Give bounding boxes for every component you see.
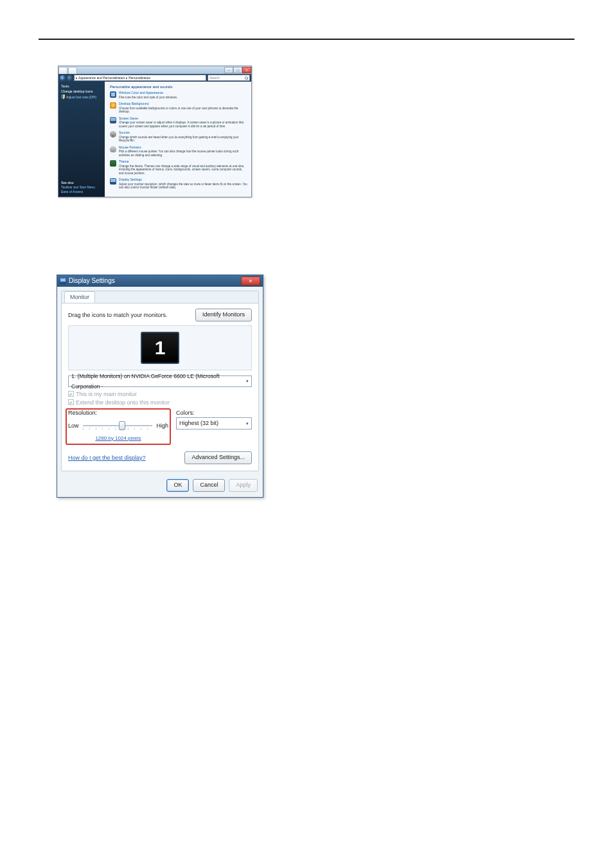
titlebar-tab-2 <box>68 67 77 74</box>
window-color-icon <box>110 91 116 98</box>
display-settings-icon <box>110 178 116 185</box>
slider-high: High <box>156 422 168 429</box>
tab-strip: Monitor <box>62 291 258 303</box>
chevron-down-icon: ▾ <box>246 418 249 429</box>
link-sounds[interactable]: Sounds <box>119 131 247 135</box>
nav-forward-button[interactable]: › <box>67 75 73 81</box>
page-top-rule <box>39 39 574 40</box>
display-settings-dialog: Display Settings × Monitor Drag the icon… <box>57 275 263 498</box>
search-placeholder: Search <box>209 75 220 80</box>
page-title: Personalize appearance and sounds <box>110 85 247 89</box>
colors-select-value: Highest (32 bit) <box>179 418 218 429</box>
sidebar: Tasks Change desktop icons Adjust font s… <box>58 82 105 197</box>
chevron-down-icon: ▾ <box>246 376 249 386</box>
main-monitor-checkbox[interactable] <box>68 391 74 397</box>
advanced-settings-button[interactable]: Advanced Settings... <box>184 451 252 464</box>
display-select-value: 1. (Multiple Monitors) on NVIDIA GeForce… <box>71 371 246 392</box>
sidebar-seealso-1[interactable]: Taskbar and Start Menu <box>61 185 102 189</box>
desc-display-settings: Adjust your monitor resolution, which ch… <box>119 183 247 190</box>
desc-theme: Change the theme. Themes can change a wi… <box>119 165 244 175</box>
extend-desktop-checkbox-row: Extend the desktop onto this monitor <box>68 399 252 406</box>
search-input[interactable]: Search <box>208 75 250 81</box>
slider-thumb[interactable] <box>119 421 125 430</box>
personalization-window: – ▢ × ‹ › ▸ Appearance and Personalizati… <box>58 66 252 197</box>
display-select[interactable]: 1. (Multiple Monitors) on NVIDIA GeForce… <box>68 375 252 387</box>
main-panel: Personalize appearance and sounds Window… <box>105 82 251 197</box>
address-bar: ‹ › ▸ Appearance and Personalization ▸ P… <box>58 74 251 82</box>
maximize-button[interactable]: ▢ <box>233 67 242 73</box>
search-icon <box>245 77 248 80</box>
extend-desktop-checkbox[interactable] <box>68 399 74 405</box>
shield-icon <box>61 95 65 99</box>
mouse-icon <box>110 146 116 152</box>
breadcrumb-path[interactable]: ▸ Appearance and Personalization ▸ Perso… <box>74 75 206 81</box>
link-mouse[interactable]: Mouse Pointers <box>119 146 247 150</box>
desc-window-color: Fine tune the color and style of your wi… <box>119 96 177 99</box>
sidebar-heading: Tasks <box>61 84 102 88</box>
screensaver-icon <box>110 117 116 123</box>
dialog-title: Display Settings <box>69 277 115 284</box>
resolution-readout: 1280 by 1024 pixels <box>68 435 168 441</box>
desc-mouse: Pick a different mouse pointer. You can … <box>119 150 238 157</box>
close-button[interactable]: × <box>242 67 251 73</box>
display-icon <box>60 278 66 284</box>
sidebar-item-adjust-font[interactable]: Adjust font size (DPI) <box>61 95 102 99</box>
monitor-1[interactable]: 1 <box>141 332 179 364</box>
dialog-close-button[interactable]: × <box>241 276 260 285</box>
dialog-button-row: OK Cancel Apply <box>57 475 263 497</box>
desc-screensaver: Change your screen saver or adjust when … <box>119 121 244 128</box>
theme-icon <box>110 160 116 167</box>
window-controls: – ▢ × <box>224 67 251 73</box>
desc-desktop-bg: Choose from available backgrounds or col… <box>119 107 238 114</box>
desktop-bg-icon <box>110 102 116 109</box>
sidebar-seealso-heading: See also <box>61 181 102 185</box>
slider-low: Low <box>68 422 79 429</box>
resolution-slider[interactable]: Low High <box>68 417 168 434</box>
identify-monitors-button[interactable]: Identify Monitors <box>195 309 252 321</box>
cancel-button[interactable]: Cancel <box>193 479 225 492</box>
nav-back-button[interactable]: ‹ <box>60 75 66 81</box>
monitor-arrangement[interactable]: 1 <box>68 325 252 370</box>
link-theme[interactable]: Theme <box>119 160 247 164</box>
drag-instruction: Drag the icons to match your monitors. <box>68 312 168 318</box>
extend-desktop-label: Extend the desktop onto this monitor <box>76 399 170 406</box>
ok-button[interactable]: OK <box>166 479 189 492</box>
dialog-titlebar: Display Settings × <box>57 275 263 287</box>
colors-select[interactable]: Highest (32 bit) ▾ <box>176 417 252 429</box>
desc-sounds: Change which sounds are heard when you d… <box>119 136 239 143</box>
window-titlebar: – ▢ × <box>58 66 251 74</box>
minimize-button[interactable]: – <box>224 67 233 73</box>
link-screensaver[interactable]: Screen Saver <box>119 117 247 121</box>
apply-button[interactable]: Apply <box>229 479 258 492</box>
link-window-color[interactable]: Window Color and Appearance <box>119 91 177 95</box>
main-monitor-label: This is my main monitor <box>76 391 137 397</box>
sidebar-item-change-icons[interactable]: Change desktop icons <box>61 89 102 93</box>
titlebar-tab-1 <box>58 67 67 74</box>
link-desktop-bg[interactable]: Desktop Background <box>119 102 247 106</box>
tab-monitor[interactable]: Monitor <box>64 291 95 303</box>
colors-label: Colors: <box>176 410 252 416</box>
sounds-icon <box>110 131 116 138</box>
link-display-settings[interactable]: Display Settings <box>119 178 247 182</box>
help-best-display-link[interactable]: How do I get the best display? <box>68 455 146 461</box>
main-monitor-checkbox-row: This is my main monitor <box>68 391 252 397</box>
resolution-label: Resolution: <box>68 410 168 416</box>
sidebar-seealso-2[interactable]: Ease of Access <box>61 190 102 194</box>
